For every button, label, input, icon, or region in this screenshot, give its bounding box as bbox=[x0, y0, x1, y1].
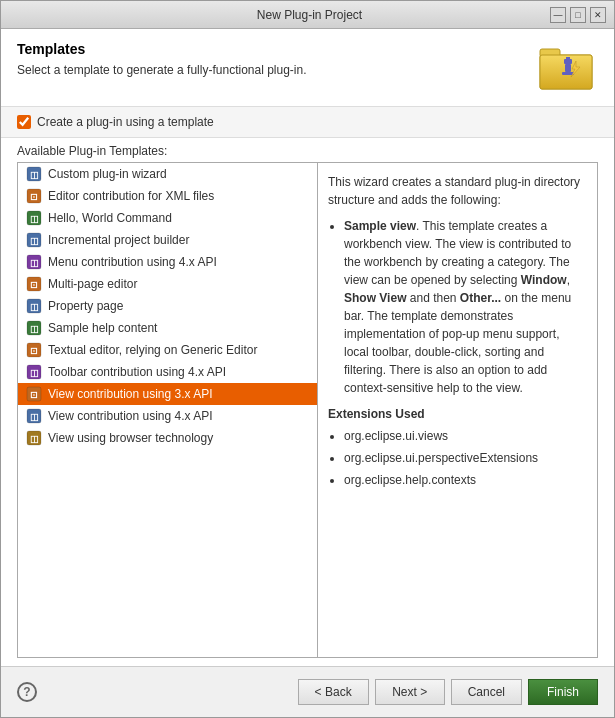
template-icon-custom-wizard: ◫ bbox=[26, 166, 42, 182]
description-bullet-1: Sample view. This template creates a wor… bbox=[344, 217, 587, 397]
template-label-toolbar-4x: Toolbar contribution using 4.x API bbox=[48, 365, 226, 379]
content-area: Templates Select a template to generate … bbox=[1, 29, 614, 666]
main-panel: ◫Custom plug-in wizard⊡Editor contributi… bbox=[17, 162, 598, 658]
title-bar: New Plug-in Project — □ ✕ bbox=[1, 1, 614, 29]
template-icon-view-4x: ◫ bbox=[26, 408, 42, 424]
template-icon-textual-editor: ⊡ bbox=[26, 342, 42, 358]
template-item-view-3x[interactable]: ⊡View contribution using 3.x API bbox=[18, 383, 317, 405]
svg-text:◫: ◫ bbox=[30, 434, 39, 444]
template-item-textual-editor[interactable]: ⊡Textual editor, relying on Generic Edit… bbox=[18, 339, 317, 361]
template-label-property-page: Property page bbox=[48, 299, 123, 313]
template-list[interactable]: ◫Custom plug-in wizard⊡Editor contributi… bbox=[18, 163, 318, 657]
extensions-title: Extensions Used bbox=[328, 405, 587, 423]
template-item-incremental-builder[interactable]: ◫Incremental project builder bbox=[18, 229, 317, 251]
header-section: Templates Select a template to generate … bbox=[1, 29, 614, 107]
use-template-checkbox[interactable] bbox=[17, 115, 31, 129]
template-label-menu-4x: Menu contribution using 4.x API bbox=[48, 255, 217, 269]
template-item-view-browser[interactable]: ◫View using browser technology bbox=[18, 427, 317, 449]
extension-item-3: org.eclipse.help.contexts bbox=[344, 471, 587, 489]
svg-text:⊡: ⊡ bbox=[30, 280, 38, 290]
template-label-view-3x: View contribution using 3.x API bbox=[48, 387, 213, 401]
window-controls: — □ ✕ bbox=[550, 7, 606, 23]
template-item-property-page[interactable]: ◫Property page bbox=[18, 295, 317, 317]
svg-text:◫: ◫ bbox=[30, 258, 39, 268]
template-label-textual-editor: Textual editor, relying on Generic Edito… bbox=[48, 343, 257, 357]
svg-text:◫: ◫ bbox=[30, 368, 39, 378]
template-checkbox-row: Create a plug-in using a template bbox=[1, 107, 614, 138]
template-item-view-4x[interactable]: ◫View contribution using 4.x API bbox=[18, 405, 317, 427]
back-button[interactable]: < Back bbox=[298, 679, 369, 705]
template-label-incremental-builder: Incremental project builder bbox=[48, 233, 189, 247]
template-item-hello-world[interactable]: ◫Hello, World Command bbox=[18, 207, 317, 229]
extension-item-2: org.eclipse.ui.perspectiveExtensions bbox=[344, 449, 587, 467]
svg-text:◫: ◫ bbox=[30, 214, 39, 224]
window: New Plug-in Project — □ ✕ Templates Sele… bbox=[0, 0, 615, 718]
finish-button[interactable]: Finish bbox=[528, 679, 598, 705]
header-text: Templates Select a template to generate … bbox=[17, 41, 307, 77]
maximize-button[interactable]: □ bbox=[570, 7, 586, 23]
svg-rect-6 bbox=[566, 57, 568, 60]
extension-item-1: org.eclipse.ui.views bbox=[344, 427, 587, 445]
template-icon-incremental-builder: ◫ bbox=[26, 232, 42, 248]
header-icon bbox=[538, 41, 598, 94]
template-item-toolbar-4x[interactable]: ◫Toolbar contribution using 4.x API bbox=[18, 361, 317, 383]
template-icon-view-browser: ◫ bbox=[26, 430, 42, 446]
template-label-custom-wizard: Custom plug-in wizard bbox=[48, 167, 167, 181]
templates-section-label: Available Plug-in Templates: bbox=[1, 138, 614, 162]
template-icon-multi-page: ⊡ bbox=[26, 276, 42, 292]
window-title: New Plug-in Project bbox=[69, 8, 550, 22]
template-item-sample-help[interactable]: ◫Sample help content bbox=[18, 317, 317, 339]
svg-text:◫: ◫ bbox=[30, 236, 39, 246]
template-icon-toolbar-4x: ◫ bbox=[26, 364, 42, 380]
svg-text:⊡: ⊡ bbox=[30, 346, 38, 356]
template-icon-property-page: ◫ bbox=[26, 298, 42, 314]
svg-text:◫: ◫ bbox=[30, 170, 39, 180]
bottom-bar: ? < Back Next > Cancel Finish bbox=[1, 666, 614, 717]
template-item-editor-xml[interactable]: ⊡Editor contribution for XML files bbox=[18, 185, 317, 207]
next-button[interactable]: Next > bbox=[375, 679, 445, 705]
template-item-multi-page[interactable]: ⊡Multi-page editor bbox=[18, 273, 317, 295]
svg-text:◫: ◫ bbox=[30, 412, 39, 422]
description-intro: This wizard creates a standard plug-in d… bbox=[328, 173, 587, 209]
bottom-buttons: < Back Next > Cancel Finish bbox=[298, 679, 598, 705]
svg-rect-4 bbox=[565, 64, 571, 72]
svg-rect-7 bbox=[568, 57, 570, 60]
template-item-menu-4x[interactable]: ◫Menu contribution using 4.x API bbox=[18, 251, 317, 273]
extensions-list: org.eclipse.ui.views org.eclipse.ui.pers… bbox=[344, 427, 587, 489]
template-label-hello-world: Hello, World Command bbox=[48, 211, 172, 225]
page-title: Templates bbox=[17, 41, 307, 57]
template-icon-menu-4x: ◫ bbox=[26, 254, 42, 270]
svg-text:⊡: ⊡ bbox=[30, 192, 38, 202]
template-icon-editor-xml: ⊡ bbox=[26, 188, 42, 204]
svg-text:◫: ◫ bbox=[30, 302, 39, 312]
help-button[interactable]: ? bbox=[17, 682, 37, 702]
page-description: Select a template to generate a fully-fu… bbox=[17, 63, 307, 77]
cancel-button[interactable]: Cancel bbox=[451, 679, 522, 705]
template-label-multi-page: Multi-page editor bbox=[48, 277, 137, 291]
svg-text:◫: ◫ bbox=[30, 324, 39, 334]
close-button[interactable]: ✕ bbox=[590, 7, 606, 23]
template-item-custom-wizard[interactable]: ◫Custom plug-in wizard bbox=[18, 163, 317, 185]
use-template-label[interactable]: Create a plug-in using a template bbox=[37, 115, 214, 129]
template-label-view-4x: View contribution using 4.x API bbox=[48, 409, 213, 423]
template-icon-sample-help: ◫ bbox=[26, 320, 42, 336]
template-label-sample-help: Sample help content bbox=[48, 321, 157, 335]
template-label-editor-xml: Editor contribution for XML files bbox=[48, 189, 214, 203]
template-icon-view-3x: ⊡ bbox=[26, 386, 42, 402]
template-icon-hello-world: ◫ bbox=[26, 210, 42, 226]
description-panel: This wizard creates a standard plug-in d… bbox=[318, 163, 597, 657]
description-bullets: Sample view. This template creates a wor… bbox=[344, 217, 587, 397]
svg-text:⊡: ⊡ bbox=[30, 390, 38, 400]
template-label-view-browser: View using browser technology bbox=[48, 431, 213, 445]
minimize-button[interactable]: — bbox=[550, 7, 566, 23]
